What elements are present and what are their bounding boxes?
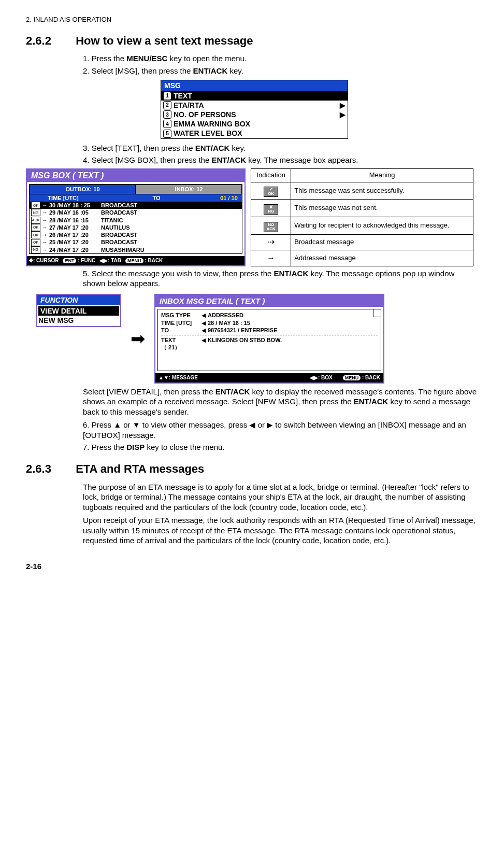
ind-h1: Indication xyxy=(251,168,291,182)
foot-func: : FUNC xyxy=(78,258,95,263)
step4-key: ENT/ACK xyxy=(211,155,246,164)
row-datetime: 28 /MAY 16 :15 xyxy=(49,217,101,224)
status-icon: OK xyxy=(31,224,40,231)
msg-menu-item[interactable]: 1TEXT xyxy=(161,91,348,101)
function-popup: FUNCTION VIEW DETAIL NEW MSG xyxy=(36,294,121,328)
step1-pre: 1. Press the xyxy=(83,54,126,63)
col-time: TIME [UTC] xyxy=(30,194,97,202)
chevron-right-icon: ▶ xyxy=(340,101,345,110)
msg-box-screen: MSG BOX ( TEXT ) OUTBOX: 10 INBOX: 12 TI… xyxy=(26,168,246,266)
msg-menu-item[interactable]: 4EMMA WARNING BOX xyxy=(161,119,348,129)
arrow-icon: ⇢ xyxy=(42,231,49,238)
msg-row[interactable]: OK⇢26 /MAY 17 :20BROADCAST xyxy=(30,231,242,238)
item-number-icon: 3 xyxy=(163,110,171,119)
section-num-2: 2.6.3 xyxy=(26,462,73,477)
step1-key: MENU/ESC xyxy=(126,54,167,63)
ind-r2: This message was not sent. xyxy=(291,200,473,217)
section-title-2: ETA and RTA messages xyxy=(76,462,204,475)
section-title-1: How to view a sent text message xyxy=(76,34,253,47)
step1-post: key to open the menu. xyxy=(167,54,247,63)
row-datetime: 25 /MAY 17 :20 xyxy=(49,238,101,246)
p1d: ENT/ACK xyxy=(354,397,388,406)
addressed-arrow-icon: → xyxy=(267,253,275,262)
msg-menu-item[interactable]: 3NO. OF PERSONS▶ xyxy=(161,110,348,119)
inbox-detail-screen: INBOX MSG DETAIL ( TEXT ) MSG TYPE◀ADDRE… xyxy=(154,294,384,384)
step-7: 7. Press the DISP key to close the menu. xyxy=(83,442,478,452)
row-datetime: 27 /MAY 17 :20 xyxy=(49,224,101,231)
msg-menu: MSG 1TEXT2ETA/RTA▶3NO. OF PERSONS▶4EMMA … xyxy=(161,80,348,138)
section-num-1: 2.6.2 xyxy=(26,34,73,49)
status-icon: ACK xyxy=(31,217,40,224)
page-number: 2-16 xyxy=(26,561,478,572)
step4-pre: 4. Select [MSG BOX], then press the xyxy=(83,155,211,164)
row-to: BROADCAST xyxy=(101,231,137,238)
p1a: Select [VIEW DETAIL], then press the xyxy=(83,387,215,396)
new-msg-item[interactable]: NEW MSG xyxy=(38,316,119,325)
step7-key: DISP xyxy=(126,443,145,451)
step3-post: key. xyxy=(229,144,246,152)
lr-icon: ◀▶ xyxy=(310,375,318,380)
msg-menu-title: MSG xyxy=(161,80,348,91)
inbox-tab[interactable]: INBOX: 12 xyxy=(136,185,242,194)
lr-icon: ◀▶ xyxy=(99,258,108,263)
msg-box-title: MSG BOX ( TEXT ) xyxy=(27,169,244,182)
step7-post: key to close the menu. xyxy=(145,443,224,451)
ok-icon: ✔OK xyxy=(264,187,278,197)
item-number-icon: 1 xyxy=(163,92,171,100)
row-to: BROADCAST xyxy=(101,202,137,209)
item-label: EMMA WARNING BOX xyxy=(174,119,250,129)
noack-icon: NOACK xyxy=(264,222,278,232)
row-datetime: 24 /MAY 17 :20 xyxy=(49,246,101,253)
msg-box-footer: ✥: CURSOR ENT : FUNC ◀▶: TAB MENU : BACK xyxy=(27,256,244,265)
text-count: （ 21） xyxy=(161,344,201,351)
outbox-tab[interactable]: OUTBOX: 10 xyxy=(30,185,136,194)
foot-box: : BOX xyxy=(318,375,333,380)
msg-menu-item[interactable]: 2ETA/RTA▶ xyxy=(161,101,348,110)
arrow-icon: → xyxy=(42,209,49,216)
tri-icon: ◀ xyxy=(201,336,208,344)
lab-time: TIME [UTC] xyxy=(161,319,201,327)
msg-row[interactable]: ACK→28 /MAY 16 :15TITANIC xyxy=(30,217,242,224)
tri-icon: ◀ xyxy=(201,311,208,319)
ng-icon: ✘NG xyxy=(264,204,278,215)
row-datetime: 30 /MAY 18 : 25 xyxy=(49,202,101,209)
indication-table: IndicationMeaning ✔OKThis message was se… xyxy=(251,168,473,266)
ind-r4: Broadcast message xyxy=(291,235,473,250)
msg-row[interactable]: OK→27 /MAY 17 :20NAUTILUS xyxy=(30,224,242,231)
step5-key: ENT/ACK xyxy=(274,269,309,278)
step2-key: ENT/ACK xyxy=(193,66,228,75)
val-time: 28 / MAY 16 : 15 xyxy=(208,319,250,327)
step5-pre: 5. Select the message you wish to view, … xyxy=(83,269,274,278)
menu-pill: MENU xyxy=(125,258,143,263)
arrow-icon: → xyxy=(42,217,49,224)
chapter-header: 2. INLAND AIS OPERATION xyxy=(26,16,478,24)
row-to: BROADCAST xyxy=(101,238,137,246)
chevron-right-icon: ▶ xyxy=(340,110,345,119)
msg-row[interactable]: OK→25 /MAY 17 :20BROADCAST xyxy=(30,238,242,246)
broadcast-arrow-icon: ⇢ xyxy=(268,237,275,246)
msg-row[interactable]: NG→24 /MAY 17 :20MUSASHIMARU xyxy=(30,246,242,253)
lab-to: TO xyxy=(161,327,201,334)
step2-post: key. xyxy=(227,66,243,75)
ent-pill: ENT xyxy=(63,258,76,263)
detail-title: INBOX MSG DETAIL ( TEXT ) xyxy=(155,295,383,307)
view-detail-item[interactable]: VIEW DETAIL xyxy=(38,306,119,316)
arrow-icon: → xyxy=(42,202,49,209)
foot-message: : MESSAGE xyxy=(169,375,198,380)
msg-row[interactable]: OK→30 /MAY 18 : 25BROADCAST xyxy=(30,202,242,209)
tri-icon: ◀ xyxy=(201,327,208,334)
row-datetime: 29 /MAY 16 :05 xyxy=(49,209,101,216)
col-to: TO xyxy=(97,194,216,202)
section-heading-2: 2.6.3 ETA and RTA messages xyxy=(26,462,478,477)
function-title: FUNCTION xyxy=(37,295,120,305)
step-2: 2. Select [MSG], then press the ENT/ACK … xyxy=(83,66,478,76)
msg-row[interactable]: NG→29 /MAY 16 :05BROADCAST xyxy=(30,209,242,216)
detail-footer: ▲▼: MESSAGE ◀▶: BOX MENU : BACK xyxy=(155,373,383,382)
ud-icon: ▲▼ xyxy=(159,375,169,380)
ind-r5: Addressed message xyxy=(291,250,473,266)
step-5: 5. Select the message you wish to view, … xyxy=(83,268,478,289)
row-to: NAUTILUS xyxy=(101,224,130,231)
ind-r1: This message was sent successfully. xyxy=(291,182,473,200)
ind-r3: Waiting for recipient to acknowledged th… xyxy=(291,217,473,235)
msg-menu-item[interactable]: 5WATER LEVEL BOX xyxy=(161,129,348,138)
